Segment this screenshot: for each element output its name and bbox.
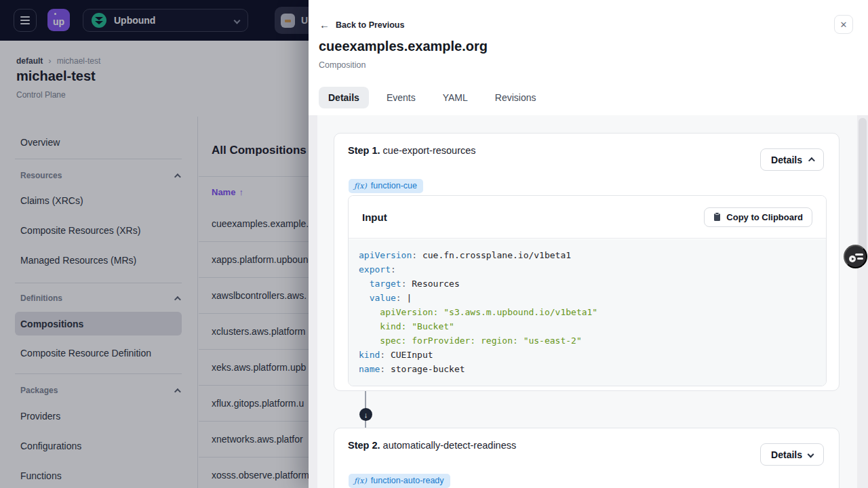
details-button-label: Details [771, 449, 802, 460]
yaml-code-block[interactable]: apiVersion: cue.fn.crossplane.io/v1beta1… [349, 239, 826, 386]
tab-details[interactable]: Details [319, 87, 369, 108]
input-card: Input Copy to Clipboard apiVersion: cue.… [348, 195, 827, 386]
code-line: value: | [359, 291, 816, 305]
step-2-details-button[interactable]: Details [760, 443, 824, 466]
clipboard-icon [713, 212, 721, 222]
pipeline-step-2-card: Step 2. automatically-detect-readiness ƒ… [334, 428, 840, 488]
panel-scroll-area: Step 1. cue-export-resources ƒ(x) functi… [309, 115, 868, 488]
step-name: automatically-detect-readiness [383, 440, 517, 451]
function-badge-label: function-auto-ready [371, 476, 444, 485]
scrollbar[interactable] [857, 115, 868, 488]
left-scroll-gutter [309, 115, 317, 488]
function-badge: ƒ(x) function-auto-ready [349, 474, 450, 488]
code-line: target: Resources [359, 277, 816, 291]
tab-bar: Details Events YAML Revisions [319, 87, 546, 108]
function-icon: ƒ(x) [354, 182, 367, 190]
input-card-header: Input Copy to Clipboard [349, 196, 826, 239]
play-circle-icon [849, 256, 856, 262]
code-line: kind: CUEInput [359, 348, 816, 362]
tab-yaml[interactable]: YAML [433, 87, 477, 108]
list-lines-icon [857, 258, 863, 260]
function-badge: ƒ(x) function-cue [349, 179, 423, 193]
step-1-details-button[interactable]: Details [760, 148, 824, 171]
copy-button-label: Copy to Clipboard [726, 212, 803, 222]
feedback-widget-button[interactable] [844, 245, 867, 268]
chevron-down-icon [808, 451, 814, 458]
list-lines-icon [855, 253, 863, 256]
scrollbar-thumb[interactable] [859, 118, 867, 260]
step-number: Step 1. [348, 145, 380, 156]
arrow-down-icon: ↓ [359, 408, 372, 421]
step-2-title: Step 2. automatically-detect-readiness [348, 440, 516, 451]
panel-subtitle: Composition [319, 60, 366, 70]
details-button-label: Details [771, 155, 802, 165]
step-name: cue-export-resources [383, 145, 476, 156]
close-icon: ✕ [840, 20, 848, 30]
app-root: up Upbound U default › michael-test mich… [0, 0, 868, 488]
pipeline-step-1-card: Step 1. cue-export-resources ƒ(x) functi… [334, 133, 840, 391]
chevron-up-icon [808, 157, 815, 164]
code-line: name: storage-bucket [359, 362, 816, 376]
step-1-title: Step 1. cue-export-resources [348, 145, 476, 156]
function-badge-label: function-cue [371, 181, 417, 190]
code-line: kind: "Bucket" [359, 319, 816, 333]
copy-to-clipboard-button[interactable]: Copy to Clipboard [704, 207, 812, 227]
code-line: export: [359, 262, 816, 277]
code-line: spec: forProvider: region: "us-east-2" [359, 333, 816, 348]
tab-events[interactable]: Events [377, 87, 425, 108]
step-number: Step 2. [348, 440, 380, 451]
panel-title: cueexamples.example.org [319, 39, 488, 54]
back-link-label: Back to Previous [336, 20, 404, 30]
input-card-title: Input [362, 211, 387, 223]
tab-revisions[interactable]: Revisions [486, 87, 546, 108]
close-button[interactable]: ✕ [834, 15, 853, 34]
composition-detail-panel: ← Back to Previous ✕ cueexamples.example… [309, 0, 868, 488]
function-icon: ƒ(x) [354, 476, 367, 485]
code-line: apiVersion: cue.fn.crossplane.io/v1beta1 [359, 248, 816, 262]
arrow-left-icon: ← [319, 19, 330, 30]
back-to-previous-link[interactable]: ← Back to Previous [319, 19, 404, 30]
code-line: apiVersion: "s3.aws.m.upbound.io/v1beta1… [359, 305, 816, 319]
